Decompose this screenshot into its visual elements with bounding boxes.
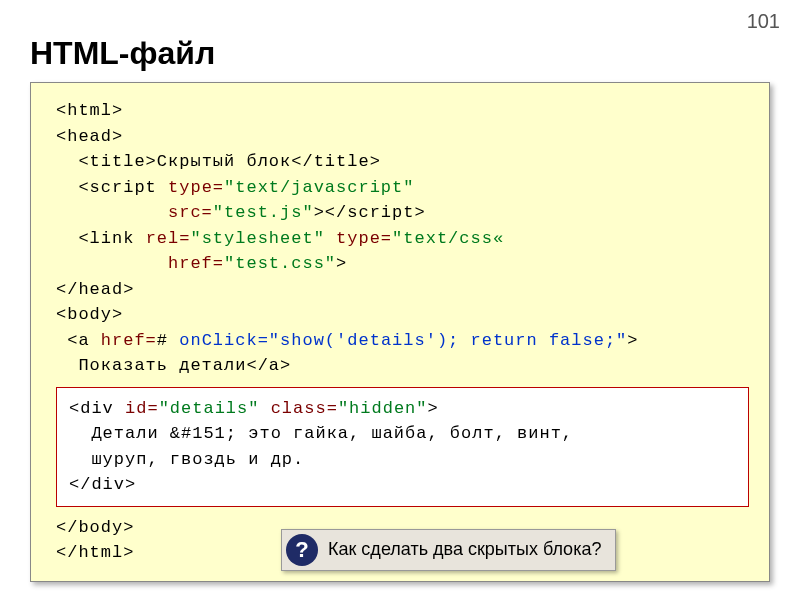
code-text: # bbox=[157, 331, 179, 350]
page-number: 101 bbox=[747, 10, 780, 33]
code-text: > bbox=[414, 203, 425, 222]
code-attr: type= bbox=[325, 229, 392, 248]
code-text: </body> bbox=[56, 518, 134, 537]
code-text: <a bbox=[56, 331, 101, 350]
code-block: <html> <head> <title>Скрытый блок</title… bbox=[30, 82, 770, 582]
code-attr: src= bbox=[56, 203, 213, 222]
code-string: "test.css" bbox=[224, 254, 336, 273]
code-text: Показать детали bbox=[56, 356, 246, 375]
code-text: Скрытый блок bbox=[157, 152, 291, 171]
code-string: "show('details'); return false;" bbox=[269, 331, 627, 350]
code-string: "test.js" bbox=[213, 203, 314, 222]
page-title: HTML-файл bbox=[30, 35, 800, 72]
code-attr: rel= bbox=[146, 229, 191, 248]
code-text: Детали &#151; это гайка, шайба, болт, ви… bbox=[69, 424, 573, 443]
code-text: <head> bbox=[56, 127, 123, 146]
code-attr: href= bbox=[101, 331, 157, 350]
code-string: "text/javascript" bbox=[224, 178, 414, 197]
code-text: script bbox=[347, 203, 414, 222]
code-string: "text/css« bbox=[392, 229, 504, 248]
code-attr: type= bbox=[168, 178, 224, 197]
code-text: шуруп, гвоздь и др. bbox=[69, 450, 304, 469]
code-text: <script bbox=[56, 178, 168, 197]
code-text: <html> bbox=[56, 101, 123, 120]
question-icon: ? bbox=[286, 534, 318, 566]
question-text: Как сделать два скрытых блока? bbox=[328, 536, 601, 563]
code-text: ></ bbox=[314, 203, 348, 222]
code-text: </title> bbox=[291, 152, 381, 171]
code-text: <div bbox=[69, 399, 125, 418]
code-text: > bbox=[428, 399, 439, 418]
inner-code-box: <div id="details" class="hidden"> Детали… bbox=[56, 387, 749, 507]
code-text: </div> bbox=[69, 475, 136, 494]
code-text: <body> bbox=[56, 305, 123, 324]
code-text: </html> bbox=[56, 543, 134, 562]
code-attr: onClick= bbox=[179, 331, 269, 350]
code-text: </head> bbox=[56, 280, 134, 299]
code-attr: id= bbox=[125, 399, 159, 418]
code-string: "details" bbox=[159, 399, 260, 418]
code-attr: href= bbox=[56, 254, 224, 273]
code-text: <title> bbox=[56, 152, 157, 171]
code-text: > bbox=[336, 254, 347, 273]
code-text: </a> bbox=[246, 356, 291, 375]
code-string: "stylesheet" bbox=[190, 229, 324, 248]
code-text: > bbox=[627, 331, 638, 350]
question-callout: ? Как сделать два скрытых блока? bbox=[281, 529, 616, 571]
code-text: <link bbox=[56, 229, 146, 248]
code-attr: class= bbox=[259, 399, 337, 418]
code-string: "hidden" bbox=[338, 399, 428, 418]
